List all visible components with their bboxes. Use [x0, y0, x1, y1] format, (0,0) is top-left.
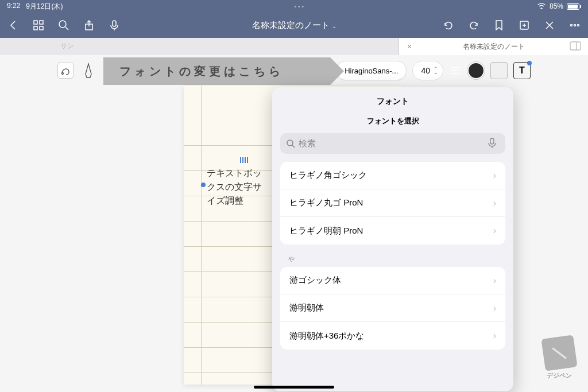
svg-point-17: [578, 25, 579, 26]
back-button[interactable]: [7, 19, 20, 32]
popover-title: フォント: [272, 87, 513, 112]
battery-icon: [567, 3, 581, 10]
selected-textbox[interactable]: テキストボッ クスの文字サ イズ調整: [207, 166, 281, 208]
stepper-arrows-icon[interactable]: ⌃⌄: [434, 67, 438, 74]
pen-tool[interactable]: [80, 63, 96, 79]
svg-point-16: [574, 25, 576, 26]
chevron-right-icon: ›: [493, 303, 496, 313]
home-indicator[interactable]: [254, 386, 334, 389]
font-option[interactable]: 游ゴシック体›: [280, 267, 505, 294]
lasso-tool[interactable]: [57, 63, 74, 79]
font-group-yu: 游ゴシック体› 游明朝体› 游明朝体+36ポかな›: [280, 267, 505, 350]
font-option[interactable]: ヒラギノ角ゴシック›: [280, 162, 505, 189]
annotation-callout: フォントの変更はこちら: [103, 57, 330, 85]
font-size-stepper[interactable]: 40 ⌃⌄: [412, 61, 443, 80]
svg-rect-2: [34, 26, 37, 30]
status-bar: 9:22 9月12日(木) ••• 85%: [0, 0, 588, 13]
search-icon: [286, 139, 295, 148]
watermark-logo: デジペン: [541, 337, 578, 383]
top-nav: 名称未設定のノート⌄: [0, 13, 588, 38]
font-option[interactable]: 游明朝体+36ポかな›: [280, 322, 505, 350]
font-option[interactable]: ヒラギノ丸ゴ ProN›: [280, 189, 505, 217]
textbox-left-handle[interactable]: [201, 183, 206, 187]
font-search-input[interactable]: 検索: [280, 133, 505, 154]
add-page-button[interactable]: [518, 19, 531, 32]
font-group-label: や: [272, 255, 513, 267]
split-view-icon[interactable]: [570, 41, 581, 53]
svg-point-4: [59, 21, 66, 28]
chevron-right-icon: ›: [493, 331, 496, 341]
status-dots: •••: [63, 3, 537, 10]
color-picker[interactable]: [467, 62, 485, 79]
svg-point-20: [62, 73, 64, 75]
font-selector[interactable]: HiraginoSans-...: [336, 61, 407, 80]
font-popover: フォント フォントを選択 検索 ヒラギノ角ゴシック› ヒラギノ丸ゴ ProN› …: [272, 87, 513, 391]
font-group-hiragino: ヒラギノ角ゴシック› ヒラギノ丸ゴ ProN› ヒラギノ明朝 ProN›: [280, 162, 505, 244]
svg-rect-8: [113, 21, 116, 26]
mic-button[interactable]: [108, 19, 121, 32]
background-toggle[interactable]: [490, 62, 508, 79]
svg-point-15: [571, 25, 572, 26]
redo-button[interactable]: [467, 19, 480, 32]
more-button[interactable]: [568, 19, 581, 32]
font-option[interactable]: 游明朝体›: [280, 294, 505, 322]
svg-line-25: [292, 145, 295, 148]
status-time: 9:22: [7, 2, 20, 11]
textbox-content[interactable]: テキストボッ クスの文字サ イズ調整: [207, 166, 281, 208]
chevron-right-icon: ›: [493, 198, 496, 208]
chevron-right-icon: ›: [493, 226, 496, 236]
tab-bar: サン × 名称未設定のノート: [0, 38, 588, 55]
search-button[interactable]: [57, 19, 70, 32]
svg-rect-26: [490, 138, 494, 144]
chevron-right-icon: ›: [493, 275, 496, 286]
tab-title: 名称未設定のノート: [399, 42, 588, 52]
document-title[interactable]: 名称未設定のノート⌄: [168, 20, 420, 31]
svg-rect-1: [40, 21, 43, 24]
chevron-down-icon: ⌄: [332, 23, 336, 29]
svg-point-24: [287, 140, 293, 146]
bookmark-button[interactable]: [493, 19, 505, 32]
grid-button[interactable]: [32, 19, 45, 32]
font-option[interactable]: ヒラギノ明朝 ProN›: [280, 217, 505, 244]
popover-subtitle: フォントを選択: [272, 112, 513, 133]
mic-icon[interactable]: [488, 138, 500, 150]
svg-line-5: [65, 27, 68, 30]
battery-percent: 85%: [550, 2, 563, 10]
svg-rect-3: [40, 26, 43, 30]
background-tab-hint: サン: [60, 41, 74, 51]
textbox-top-handle[interactable]: [240, 157, 248, 163]
wifi-icon: [537, 2, 546, 11]
status-date: 9月12日(木): [26, 2, 63, 11]
chevron-right-icon: ›: [493, 170, 496, 181]
text-tool-button[interactable]: T: [513, 62, 531, 79]
active-tab[interactable]: × 名称未設定のノート: [399, 38, 588, 55]
close-button[interactable]: [543, 19, 556, 32]
share-button[interactable]: [83, 19, 95, 32]
undo-button[interactable]: [442, 19, 455, 32]
svg-rect-0: [34, 21, 37, 24]
align-button[interactable]: [449, 64, 462, 77]
svg-rect-18: [570, 42, 581, 50]
